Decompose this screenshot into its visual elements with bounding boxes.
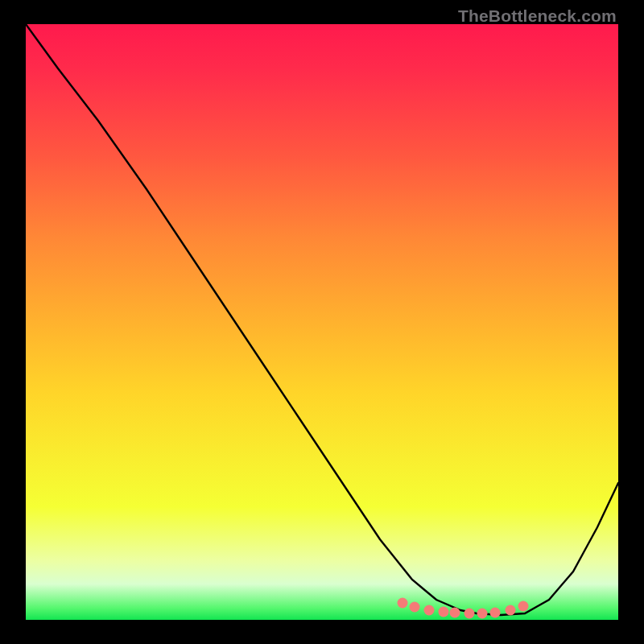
- valley-markers: [398, 598, 529, 619]
- valley-marker: [410, 602, 420, 613]
- valley-marker: [439, 607, 449, 617]
- plot-area: [26, 24, 618, 620]
- valley-marker: [398, 598, 408, 609]
- valley-marker: [424, 605, 435, 616]
- bottleneck-curve: [26, 24, 618, 615]
- valley-marker: [450, 608, 460, 618]
- valley-marker: [518, 601, 529, 612]
- bottleneck-curve-svg: [26, 24, 618, 620]
- valley-marker: [464, 609, 475, 619]
- valley-marker: [477, 609, 488, 619]
- valley-marker: [506, 605, 516, 616]
- valley-marker: [490, 608, 501, 618]
- chart-frame: TheBottleneck.com: [0, 0, 644, 644]
- watermark-text: TheBottleneck.com: [458, 6, 617, 26]
